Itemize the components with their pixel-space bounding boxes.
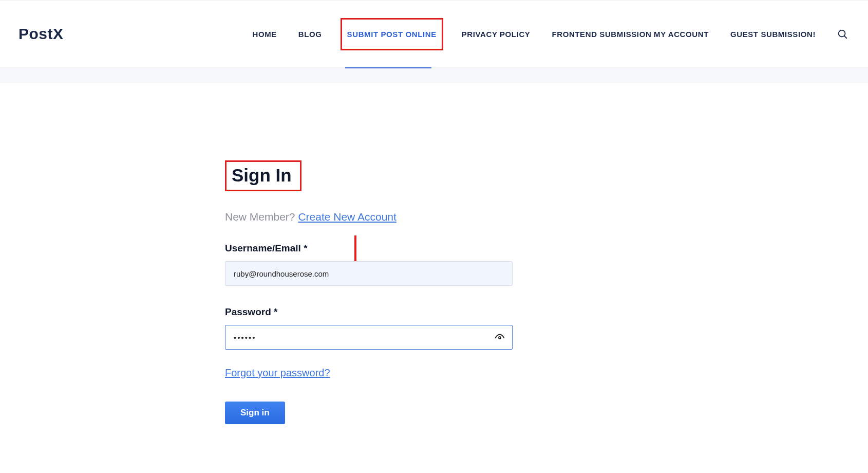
username-label: Username/Email * — [225, 243, 513, 254]
page-main: Sign In New Member? Create New Account U… — [0, 83, 868, 424]
svg-line-1 — [844, 36, 846, 38]
nav-home[interactable]: HOME — [249, 25, 279, 44]
signin-form: Sign In New Member? Create New Account U… — [225, 160, 513, 424]
new-member-row: New Member? Create New Account — [225, 211, 513, 223]
site-brand[interactable]: PostX — [18, 25, 64, 43]
search-icon[interactable] — [835, 27, 850, 41]
nav-blog[interactable]: BLOG — [295, 25, 325, 44]
create-account-link[interactable]: Create New Account — [298, 211, 396, 223]
nav-guest-submission[interactable]: GUEST SUBMISSION! — [727, 25, 819, 44]
signin-title: Sign In — [232, 165, 292, 186]
subheader-strip — [0, 68, 868, 83]
header-bar: PostX HOME BLOG SUBMIT POST ONLINE PRIVA… — [0, 0, 868, 68]
eye-icon[interactable] — [494, 332, 505, 343]
annotation-box-signin-title: Sign In — [225, 160, 301, 191]
password-label: Password * — [225, 306, 513, 318]
signin-button[interactable]: Sign in — [225, 402, 285, 424]
nav-frontend-submission-my-account[interactable]: FRONTEND SUBMISSION MY ACCOUNT — [549, 25, 712, 44]
new-member-text: New Member? — [225, 211, 298, 223]
main-nav: HOME BLOG SUBMIT POST ONLINE PRIVACY POL… — [249, 18, 819, 50]
nav-privacy-policy[interactable]: PRIVACY POLICY — [459, 25, 534, 44]
svg-point-2 — [499, 337, 501, 339]
forgot-password-link[interactable]: Forgot your password? — [225, 367, 330, 379]
username-input[interactable] — [225, 261, 513, 286]
active-tab-underline — [345, 67, 431, 68]
nav-submit-post-online[interactable]: SUBMIT POST ONLINE — [341, 18, 443, 50]
password-row — [225, 325, 513, 350]
password-input[interactable] — [225, 325, 513, 350]
